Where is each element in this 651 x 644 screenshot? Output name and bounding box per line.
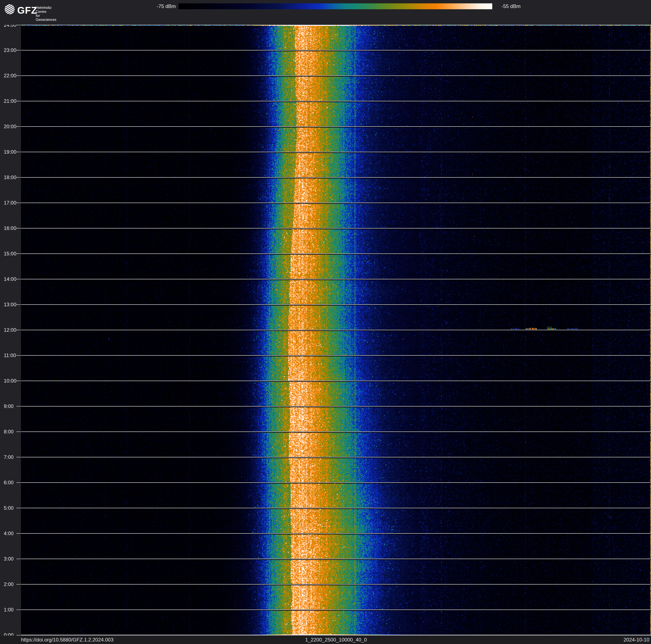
hour-gridline: [21, 482, 651, 483]
hour-gridline: [21, 584, 651, 585]
hour-gridline: [21, 126, 651, 127]
hour-label: 3:00: [4, 556, 14, 562]
hour-tick: [17, 406, 21, 407]
hour-label: 19:00: [4, 149, 17, 155]
hour-gridline: [21, 152, 651, 152]
hour-label: 9:00: [4, 403, 14, 409]
plot-bottom-axis-line: [21, 635, 651, 635]
hour-tick: [17, 254, 21, 254]
hour-gridline: [21, 101, 651, 101]
hour-tick: [17, 228, 21, 229]
hour-gridline: [21, 381, 651, 381]
hour-gridline: [21, 432, 651, 432]
hour-tick: [17, 355, 21, 356]
spectrogram-page: { "page": { "width": 3100, "height": 306…: [0, 0, 651, 644]
doi-link[interactable]: https://doi.org/10.5880/GFZ.1.2.2024.003: [21, 636, 114, 644]
hour-label: 6:00: [4, 480, 14, 486]
hour-label: 1:00: [4, 607, 14, 613]
hour-label: 2:00: [4, 581, 14, 587]
logo-subtitle-line1: Helmholtz Centre: [36, 6, 56, 14]
dataset-id: 1_2200_2500_10000_40_0: [305, 636, 367, 644]
hour-label: 10:00: [4, 378, 17, 384]
hour-tick: [17, 304, 21, 305]
hour-label: 5:00: [4, 505, 14, 511]
hour-label: 21:00: [4, 98, 17, 104]
hour-label: 7:00: [4, 454, 14, 460]
hour-label: 18:00: [4, 174, 17, 180]
hour-label: 15:00: [4, 251, 17, 257]
hour-tick: [17, 508, 21, 508]
hour-gridline: [21, 50, 651, 51]
gfz-globe-icon: [5, 4, 15, 14]
hour-label: 17:00: [4, 200, 17, 206]
logo-subtitle: Helmholtz Centre for Geosciences: [36, 6, 56, 22]
hour-tick: [17, 177, 21, 178]
hour-tick: [17, 584, 21, 585]
hour-gridline: [21, 304, 651, 305]
hour-gridline: [21, 177, 651, 178]
hour-gridline: [21, 406, 651, 407]
hour-tick: [17, 610, 21, 610]
hour-tick: [17, 533, 21, 534]
hour-gridline: [21, 355, 651, 356]
hour-tick: [17, 432, 21, 432]
top-bar: GFZ Helmholtz Centre for Geosciences -75…: [0, 0, 651, 25]
hour-gridline: [21, 254, 651, 254]
hour-tick: [17, 152, 21, 152]
hour-label: 13:00: [4, 302, 17, 308]
hour-gridline: [21, 330, 651, 330]
hour-label: 4:00: [4, 530, 14, 536]
logo-brand: GFZ: [17, 5, 37, 16]
hour-tick: [17, 126, 21, 127]
hour-gridline: [21, 508, 651, 508]
hour-label: 11:00: [4, 352, 16, 358]
hour-tick: [17, 457, 21, 457]
hour-label: 14:00: [4, 276, 17, 282]
hour-gridline: [21, 228, 651, 229]
hour-tick: [17, 203, 21, 203]
hour-label: 20:00: [4, 124, 17, 129]
colorbar: [179, 3, 492, 9]
hour-tick: [17, 76, 21, 76]
hour-label: 8:00: [4, 429, 14, 435]
footer-bar: https://doi.org/10.5880/GFZ.1.2.2024.003…: [0, 636, 651, 644]
hour-tick: [17, 635, 21, 635]
date-label: 2024-10-10: [623, 636, 649, 644]
hour-label: 23:00: [4, 47, 17, 53]
hour-tick: [17, 101, 21, 101]
hour-gridline: [21, 457, 651, 457]
hour-tick: [17, 50, 21, 51]
hour-gridline: [21, 610, 651, 610]
colorbar-min-label: -75 dBm: [156, 3, 176, 9]
hour-gridline: [21, 559, 651, 559]
hour-tick: [17, 279, 21, 279]
hour-gridline: [21, 76, 651, 76]
hour-tick: [17, 381, 21, 381]
hour-tick: [17, 559, 21, 559]
hour-gridline: [21, 533, 651, 534]
hour-label: 12:00: [4, 327, 17, 333]
logo-subtitle-line2: for Geosciences: [36, 14, 56, 22]
hour-tick: [17, 330, 21, 330]
colorbar-max-label: -55 dBm: [501, 3, 521, 9]
hour-tick: [17, 482, 21, 483]
hour-label: 16:00: [4, 225, 17, 231]
hour-gridline: [21, 279, 651, 279]
hour-label: 22:00: [4, 73, 17, 79]
hour-gridline: [21, 203, 651, 203]
